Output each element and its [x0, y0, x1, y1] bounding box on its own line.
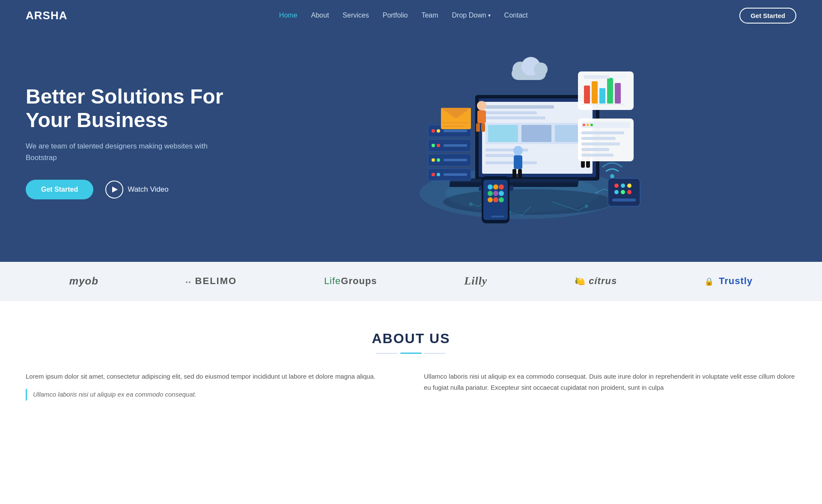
- citrus-icon: 🍋: [575, 276, 586, 286]
- svg-rect-54: [491, 216, 504, 217]
- svg-point-6: [443, 189, 614, 215]
- svg-rect-37: [444, 159, 467, 161]
- svg-rect-79: [607, 78, 613, 104]
- svg-point-99: [627, 184, 631, 188]
- svg-rect-78: [599, 88, 605, 104]
- about-left-quote: Ullamco laboris nisi ut aliquip ex ea co…: [26, 389, 398, 400]
- nav-item-team[interactable]: Team: [421, 12, 438, 19]
- nav-item-dropdown[interactable]: Drop Down ▾: [452, 12, 491, 19]
- svg-point-46: [493, 184, 498, 190]
- iso-scene: [402, 48, 642, 236]
- play-icon: [105, 181, 123, 199]
- trustly-icon: 🔒: [704, 277, 714, 286]
- about-col-right: Ullamco laboris nisi ut aliquip ex ea co…: [424, 371, 796, 400]
- nav-item-services[interactable]: Services: [342, 12, 369, 19]
- svg-rect-89: [581, 131, 624, 134]
- svg-rect-90: [581, 137, 616, 140]
- svg-point-30: [432, 144, 435, 147]
- svg-rect-16: [488, 125, 518, 142]
- svg-point-88: [590, 124, 593, 126]
- about-left-text: Lorem ipsum dolor sit amet, consectetur …: [26, 371, 398, 382]
- svg-rect-76: [584, 86, 590, 104]
- nav-item-portfolio[interactable]: Portfolio: [383, 12, 408, 19]
- hero-subtitle: We are team of talented designers making…: [26, 140, 214, 163]
- nav-link-contact[interactable]: Contact: [504, 12, 528, 19]
- nav-link-about[interactable]: About: [311, 12, 329, 19]
- watch-video-label: Watch Video: [128, 185, 168, 194]
- about-columns: Lorem ipsum dolor sit amet, consectetur …: [26, 371, 796, 400]
- hero-section: Better Solutions For Your Business We ar…: [0, 31, 822, 262]
- client-lifegroups: LifeGroups: [324, 276, 377, 287]
- svg-rect-42: [444, 173, 467, 176]
- dropdown-label: Drop Down: [452, 12, 486, 19]
- nav-item-contact[interactable]: Contact: [504, 12, 528, 19]
- svg-point-41: [437, 173, 440, 176]
- client-myob: myob: [69, 275, 98, 287]
- svg-rect-17: [521, 125, 551, 142]
- about-title: ABOUT US: [26, 331, 796, 347]
- svg-point-48: [488, 191, 493, 196]
- svg-rect-13: [485, 111, 537, 114]
- svg-point-94: [610, 174, 614, 178]
- svg-point-40: [432, 173, 435, 176]
- svg-point-51: [488, 197, 493, 202]
- svg-rect-92: [581, 148, 609, 151]
- hero-get-started-button[interactable]: Get Started: [26, 180, 93, 199]
- play-triangle-icon: [112, 187, 118, 193]
- belimo-icon: ▪▪: [186, 279, 192, 285]
- svg-rect-21: [485, 161, 537, 164]
- about-section: ABOUT US Lorem ipsum dolor sit amet, con…: [0, 301, 822, 422]
- svg-rect-77: [592, 81, 598, 104]
- client-lilly: Lilly: [464, 275, 487, 288]
- nav-link-home[interactable]: Home: [279, 12, 298, 19]
- svg-point-87: [587, 124, 589, 126]
- svg-point-35: [432, 158, 435, 162]
- section-header: ABOUT US: [26, 331, 796, 354]
- svg-point-97: [614, 184, 619, 188]
- svg-point-26: [437, 129, 440, 133]
- svg-rect-18: [555, 125, 581, 142]
- svg-point-47: [499, 184, 504, 190]
- client-citrus: 🍋 cítrus: [575, 276, 617, 287]
- divider-line-left: [376, 353, 398, 354]
- hero-buttons: Get Started Watch Video: [26, 180, 248, 199]
- svg-rect-93: [581, 154, 614, 157]
- navbar: ARSHA Home About Services Portfolio Team…: [0, 0, 822, 31]
- svg-point-53: [499, 197, 504, 202]
- svg-point-100: [614, 190, 619, 194]
- svg-point-101: [621, 190, 625, 194]
- nav-link-team[interactable]: Team: [421, 12, 438, 19]
- svg-rect-60: [477, 110, 486, 123]
- svg-rect-12: [485, 105, 554, 109]
- nav-dropdown-trigger[interactable]: Drop Down ▾: [452, 12, 491, 19]
- svg-point-63: [513, 146, 523, 155]
- svg-rect-62: [481, 123, 485, 132]
- svg-point-52: [493, 197, 498, 202]
- brand-logo[interactable]: ARSHA: [26, 9, 67, 22]
- nav-link-services[interactable]: Services: [342, 12, 369, 19]
- nav-link-portfolio[interactable]: Portfolio: [383, 12, 408, 19]
- svg-rect-91: [581, 142, 620, 145]
- svg-rect-65: [512, 169, 516, 178]
- divider-line-right: [424, 353, 446, 354]
- svg-rect-66: [518, 169, 522, 178]
- svg-point-59: [477, 101, 486, 110]
- svg-point-50: [499, 191, 504, 196]
- hero-watch-video-button[interactable]: Watch Video: [105, 181, 168, 199]
- nav-item-about[interactable]: About: [311, 12, 329, 19]
- svg-point-45: [488, 184, 493, 190]
- svg-point-98: [621, 184, 625, 188]
- svg-point-25: [432, 129, 435, 133]
- svg-point-31: [437, 144, 440, 147]
- divider-accent: [400, 353, 422, 354]
- svg-rect-14: [485, 116, 545, 119]
- svg-point-102: [627, 190, 631, 194]
- svg-rect-83: [612, 75, 625, 79]
- about-col-left: Lorem ipsum dolor sit amet, consectetur …: [26, 371, 398, 400]
- clients-strip: myob ▪▪ BELIMO LifeGroups Lilly 🍋 cítrus…: [0, 262, 822, 301]
- hero-illustration: [248, 48, 796, 236]
- nav-item-home[interactable]: Home: [279, 12, 298, 19]
- nav-cta-button[interactable]: Get Started: [739, 8, 796, 24]
- svg-rect-61: [476, 123, 480, 132]
- svg-rect-103: [612, 199, 636, 202]
